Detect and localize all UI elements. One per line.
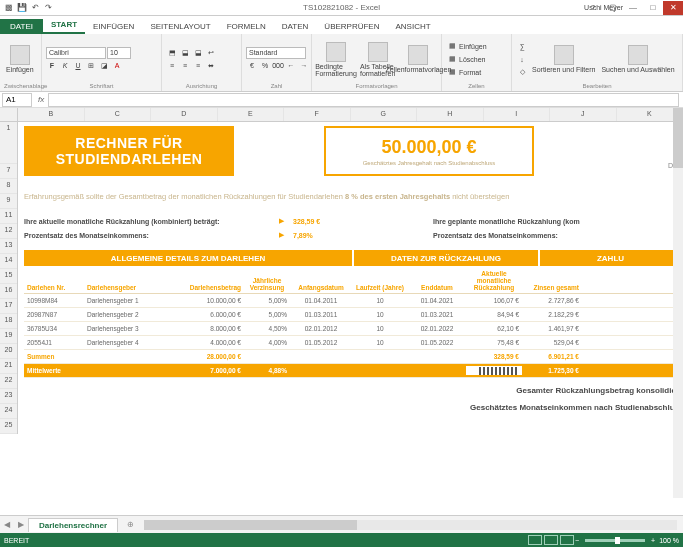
table-row[interactable]: 36785U34 Darlehensgeber 3 8.000,00 € 4,5… [24,322,683,336]
align-left-button[interactable]: ≡ [166,60,178,72]
clear-button[interactable]: ◇ [516,66,528,78]
conditional-format-button[interactable]: Bedingte Formatierung [316,40,356,79]
tab-insert[interactable]: EINFÜGEN [85,19,142,34]
border-button[interactable]: ⊞ [85,60,97,72]
sort-filter-button[interactable]: Sortieren und Filtern [530,43,597,75]
find-select-button[interactable]: Suchen und Auswählen [599,43,676,75]
save-icon[interactable]: 💾 [17,3,27,13]
col-header[interactable]: J [550,108,617,121]
minimize-button[interactable]: — [623,1,643,15]
view-pagelayout-button[interactable] [544,535,558,545]
delete-cells-button[interactable]: ▦ [446,53,458,65]
row-header[interactable]: 7 [0,164,17,179]
fill-button[interactable]: ↓ [516,53,528,65]
close-button[interactable]: ✕ [663,1,683,15]
col-header[interactable]: F [284,108,351,121]
number-format-combo[interactable]: Standard [246,47,306,59]
sheet-tab-active[interactable]: Darlehensrechner [28,518,118,532]
row-header[interactable]: 23 [0,389,17,404]
align-right-button[interactable]: ≡ [192,60,204,72]
row-header[interactable]: 9 [0,194,17,209]
row-header[interactable]: 11 [0,209,17,224]
col-header[interactable]: C [85,108,152,121]
add-sheet-button[interactable]: ⊕ [122,520,138,529]
col-header[interactable]: H [417,108,484,121]
insert-cells-button[interactable]: ▦ [446,40,458,52]
autosum-button[interactable]: ∑ [516,40,528,52]
font-color-button[interactable]: A [111,60,123,72]
zoom-thumb[interactable] [615,537,620,544]
align-bottom-button[interactable]: ⬓ [192,47,204,59]
tab-view[interactable]: ANSICHT [387,19,438,34]
redo-icon[interactable]: ↷ [43,3,53,13]
percent-button[interactable]: % [259,60,271,72]
zoom-out-button[interactable]: − [575,537,579,544]
row-header[interactable]: 1 [0,122,17,164]
scrollbar-thumb[interactable] [673,108,683,168]
col-header[interactable]: B [18,108,85,121]
comma-button[interactable]: 000 [272,60,284,72]
italic-button[interactable]: K [59,60,71,72]
underline-button[interactable]: U [72,60,84,72]
row-header[interactable]: 24 [0,404,17,419]
select-all-corner[interactable] [0,108,18,121]
row-header[interactable]: 25 [0,419,17,434]
align-center-button[interactable]: ≡ [179,60,191,72]
tab-start[interactable]: START [43,17,85,34]
tab-formulas[interactable]: FORMELN [219,19,274,34]
paste-button[interactable]: Einfügen [4,43,36,75]
maximize-button[interactable]: □ [643,1,663,15]
row-header[interactable]: 12 [0,224,17,239]
name-box[interactable]: A1 [2,93,32,107]
row-header[interactable]: 15 [0,269,17,284]
scrollbar-thumb[interactable] [144,520,357,530]
horizontal-scrollbar[interactable] [144,520,677,530]
row-header[interactable]: 8 [0,179,17,194]
align-middle-button[interactable]: ⬓ [179,47,191,59]
row-header[interactable]: 18 [0,314,17,329]
wrap-text-button[interactable]: ↩ [205,47,217,59]
fill-color-button[interactable]: ◪ [98,60,110,72]
col-header[interactable]: G [351,108,418,121]
formula-bar[interactable] [48,93,679,107]
tab-pagelayout[interactable]: SEITENLAYOUT [142,19,218,34]
col-header[interactable]: I [484,108,551,121]
align-top-button[interactable]: ⬒ [166,47,178,59]
view-pagebreak-button[interactable] [560,535,574,545]
row-header[interactable]: 19 [0,329,17,344]
font-size-combo[interactable]: 10 [107,47,131,59]
vertical-scrollbar[interactable] [673,108,683,498]
row-header[interactable]: 20 [0,344,17,359]
row-header[interactable]: 17 [0,299,17,314]
tab-review[interactable]: ÜBERPRÜFEN [316,19,387,34]
undo-icon[interactable]: ↶ [30,3,40,13]
table-row-average[interactable]: Mittelwerte 7.000,00 € 4,88% 1.725,30 € [24,364,683,378]
col-header[interactable]: D [151,108,218,121]
dec-decimal-button[interactable]: → [298,60,310,72]
table-row[interactable]: 20554J1 Darlehensgeber 4 4.000,00 € 4,00… [24,336,683,350]
table-row[interactable]: 10998M84 Darlehensgeber 1 10.000,00 € 5,… [24,294,683,308]
cell-styles-button[interactable]: Zellenformatvorlagen [400,43,437,75]
sheet-nav-next[interactable]: ▶ [14,520,28,529]
row-header[interactable]: 21 [0,359,17,374]
table-row[interactable]: 20987N87 Darlehensgeber 2 6.000,00 € 5,0… [24,308,683,322]
zoom-in-button[interactable]: + [651,537,655,544]
row-header[interactable]: 13 [0,239,17,254]
merge-button[interactable]: ⬌ [205,60,217,72]
row-header[interactable]: 22 [0,374,17,389]
ribbon-options-icon[interactable]: ▢ [603,1,623,15]
bold-button[interactable]: F [46,60,58,72]
format-cells-button[interactable]: ▦ [446,66,458,78]
fx-icon[interactable]: fx [38,95,44,104]
zoom-value[interactable]: 100 % [659,537,679,544]
inc-decimal-button[interactable]: ← [285,60,297,72]
currency-button[interactable]: € [246,60,258,72]
help-icon[interactable]: ? [583,1,603,15]
zoom-slider[interactable] [585,539,645,542]
table-row-sum[interactable]: Summen 28.000,00 € 328,59 € 6.901,21 € [24,350,683,364]
col-header[interactable]: E [218,108,285,121]
view-normal-button[interactable] [528,535,542,545]
sheet-nav-prev[interactable]: ◀ [0,520,14,529]
font-name-combo[interactable]: Calibri [46,47,106,59]
tab-data[interactable]: DATEN [274,19,317,34]
